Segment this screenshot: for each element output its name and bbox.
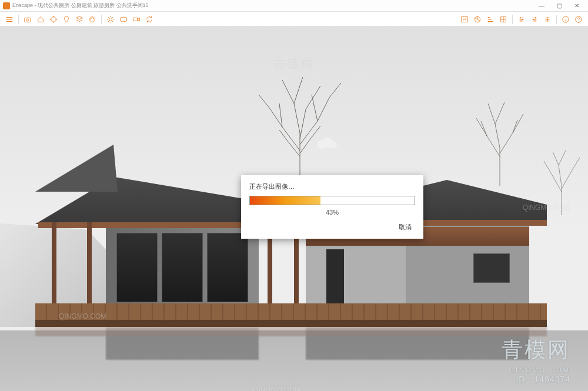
svg-point-7: [520, 17, 521, 18]
maximize-button[interactable]: ▢: [551, 1, 567, 11]
cloud-overlay-icon: [315, 136, 338, 150]
svg-rect-0: [25, 18, 31, 22]
dialog-actions: 取消: [249, 222, 415, 233]
window: [116, 233, 158, 302]
progress-bar: [249, 196, 415, 205]
reflection: [35, 330, 547, 391]
svg-point-10: [535, 17, 536, 18]
export-progress-dialog: 正在导出图像… 43% 取消: [241, 175, 423, 239]
material-icon[interactable]: [86, 14, 98, 25]
sun-icon[interactable]: [105, 14, 116, 25]
svg-point-17: [576, 16, 582, 22]
panorama-icon[interactable]: [118, 14, 129, 25]
svg-point-4: [109, 18, 112, 21]
toolbar-left: [4, 14, 459, 25]
svg-point-2: [51, 16, 56, 22]
svg-point-9: [520, 20, 522, 21]
close-button[interactable]: ✕: [569, 1, 585, 11]
home-icon[interactable]: [35, 14, 46, 25]
layers-icon[interactable]: [74, 14, 85, 25]
progress-percent-label: 43%: [249, 209, 415, 216]
video-icon[interactable]: [131, 14, 142, 25]
svg-point-1: [26, 18, 29, 21]
sync-icon[interactable]: [143, 14, 155, 25]
marker-icon[interactable]: [61, 14, 72, 25]
svg-point-12: [534, 20, 536, 21]
screenshot-icon[interactable]: [459, 14, 470, 25]
window: [162, 233, 203, 302]
menu-icon[interactable]: [4, 14, 15, 25]
minimize-button[interactable]: —: [533, 1, 550, 11]
svg-point-14: [547, 18, 548, 19]
settings-c-icon[interactable]: [542, 14, 553, 25]
svg-point-11: [533, 18, 534, 19]
door: [326, 249, 344, 303]
water: [0, 330, 588, 391]
toolbar: [0, 12, 588, 27]
wood-deck: [35, 303, 547, 320]
cube-icon[interactable]: [472, 14, 483, 25]
window-small: [473, 253, 510, 283]
crosshair-icon[interactable]: [48, 14, 59, 25]
grid-icon[interactable]: [497, 14, 509, 25]
window-controls: — ▢ ✕: [533, 1, 585, 11]
document-title: 现代公共厕所 公厕建筑 旅游厕所 公共洗手间15: [38, 2, 149, 8]
window-title: Enscape - 现代公共厕所 公厕建筑 旅游厕所 公共洗手间15: [12, 2, 533, 9]
camera-icon[interactable]: [22, 14, 34, 25]
app-icon: [3, 2, 10, 9]
svg-point-13: [547, 17, 548, 18]
svg-point-8: [522, 18, 523, 19]
toolbar-right: [459, 14, 584, 25]
svg-point-15: [547, 20, 548, 21]
roof-left-side: [35, 145, 118, 192]
cancel-button[interactable]: 取消: [395, 222, 415, 233]
dialog-title: 正在导出图像…: [249, 182, 415, 191]
align-icon[interactable]: [485, 14, 496, 25]
info-icon[interactable]: [560, 14, 572, 25]
app-name: Enscape: [12, 2, 33, 8]
settings-a-icon[interactable]: [516, 14, 527, 25]
building: [35, 145, 547, 339]
post: [52, 222, 56, 313]
post: [87, 222, 92, 313]
svg-rect-5: [133, 18, 138, 21]
help-icon[interactable]: [573, 14, 584, 25]
progress-fill: [250, 196, 320, 205]
window: [207, 233, 248, 302]
titlebar: Enscape - 现代公共厕所 公厕建筑 旅游厕所 公共洗手间15 — ▢ ✕: [0, 0, 588, 12]
settings-b-icon[interactable]: [529, 14, 540, 25]
